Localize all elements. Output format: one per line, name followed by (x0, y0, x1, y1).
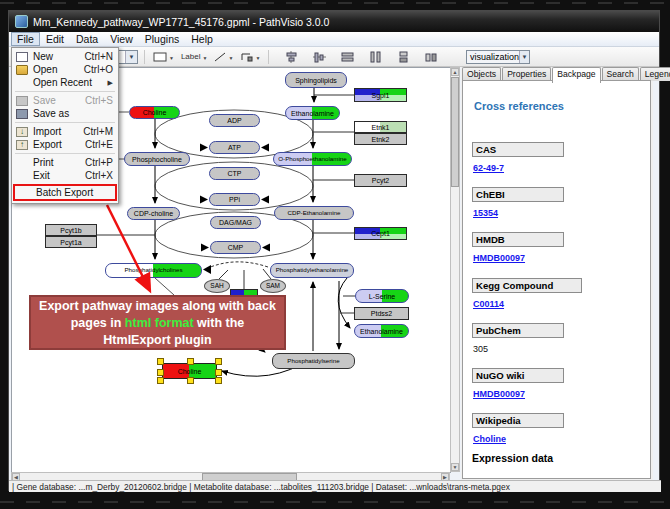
node-label: CMP (228, 244, 244, 251)
menu-view[interactable]: View (104, 33, 139, 45)
node-ppi[interactable]: PPi (209, 193, 260, 206)
new-datanode-button[interactable] (151, 49, 176, 65)
tab-objects[interactable]: Objects (462, 67, 501, 81)
selection-handle[interactable] (157, 377, 164, 384)
xref-link-hmdb[interactable]: HMDB00097 (473, 253, 525, 263)
file-menu-import[interactable]: ↓ ImportCtrl+M (12, 125, 118, 138)
canvas-vertical-scrollbar[interactable]: ▲ ▼ (450, 67, 460, 472)
file-menu-open-recent[interactable]: Open Recent (12, 76, 118, 89)
file-menu-new[interactable]: NewCtrl+N (12, 50, 118, 63)
visualization-combobox[interactable]: visualization (466, 50, 530, 64)
node-ethanolamine-lower[interactable]: Ethanolamine (354, 324, 409, 338)
node-label: L-Serine (369, 293, 395, 300)
node-label: SAM (266, 283, 280, 290)
node-cdp-ethanolamine[interactable]: CDP-Ethanolamine (274, 206, 354, 220)
selection-handle[interactable] (157, 369, 164, 376)
align-center-x-icon (285, 51, 298, 63)
desktop-texture-top (0, 2, 670, 4)
selection-handle[interactable] (187, 377, 194, 384)
common-width-icon (369, 51, 382, 63)
source-header-pubchem: PubChem (472, 323, 564, 338)
align-center-y-button[interactable] (311, 49, 328, 65)
menu-file[interactable]: File (11, 32, 40, 46)
file-menu-open[interactable]: OpenCtrl+O (12, 63, 118, 76)
node-ethanolamine-top[interactable]: Ethanolamine (285, 106, 340, 120)
node-ptdss2[interactable]: Ptdss2 (354, 307, 409, 320)
node-phosphatidylethanolamine[interactable]: Phosphatidylethanolamine (270, 263, 354, 278)
node-atp[interactable]: ATP (209, 141, 260, 154)
scroll-down-icon[interactable]: ▼ (451, 463, 459, 471)
title-bar[interactable]: Mm_Kennedy_pathway_WP1771_45176.gpml - P… (9, 11, 659, 32)
node-sah[interactable]: SAH (204, 279, 230, 293)
node-label: CDP-Ethanolamine (288, 210, 341, 216)
selection-handle[interactable] (215, 377, 222, 384)
xref-link-wikipedia[interactable]: Choline (473, 434, 506, 444)
tab-properties[interactable]: Properties (502, 67, 551, 81)
selection-handle[interactable] (187, 358, 194, 365)
node-l-serine[interactable]: L-Serine (355, 289, 409, 303)
node-choline-top[interactable]: Choline (129, 106, 180, 119)
cross-references-heading: Cross references (474, 100, 564, 112)
side-panel: Objects Properties Backpage Search Legen… (461, 67, 653, 480)
new-connector-button[interactable] (238, 49, 262, 65)
node-adp[interactable]: ADP (209, 114, 260, 127)
stack-vertical-button[interactable] (395, 49, 412, 65)
stack-horizontal-button[interactable] (423, 49, 440, 65)
visualization-caret-icon[interactable] (519, 51, 529, 63)
selection-handle[interactable] (215, 369, 222, 376)
node-label: Choline (143, 109, 167, 116)
file-menu-save-as[interactable]: Save as (12, 107, 118, 120)
node-o-phosphoethanolamine[interactable]: O-Phosphoethanolamine (273, 152, 352, 166)
tab-search[interactable]: Search (602, 67, 639, 81)
menu-data[interactable]: Data (70, 33, 104, 45)
file-menu-batch-export[interactable]: Batch Export (15, 186, 115, 199)
align-center-x-button[interactable] (283, 49, 300, 65)
file-menu-print[interactable]: PrintCtrl+P (12, 156, 118, 169)
common-width-button[interactable] (367, 49, 384, 65)
tab-legend[interactable]: Legend (640, 67, 670, 81)
node-cept1[interactable]: Cept1 (354, 227, 407, 240)
node-cdp-choline[interactable]: CDP-choline (127, 207, 180, 220)
node-etnk1[interactable]: Etnk1 (354, 121, 407, 133)
xref-link-chebi[interactable]: 15354 (473, 208, 498, 218)
file-menu-exit[interactable]: ExitCtrl+X (12, 169, 118, 182)
vertical-scroll-thumb[interactable] (451, 77, 459, 187)
node-phosphatidylcholines[interactable]: Phosphatidylcholines (105, 263, 202, 278)
xref-link-kegg[interactable]: C00114 (473, 299, 504, 309)
blank-icon (16, 171, 28, 181)
node-pcyt2[interactable]: Pcyt2 (354, 174, 407, 187)
node-phosphatidylserine[interactable]: Phosphatidylserine (272, 353, 355, 369)
common-height-button[interactable] (339, 49, 356, 65)
desktop-texture-bottom (0, 501, 670, 503)
tab-backpage[interactable]: Backpage (552, 67, 600, 83)
source-header-wikipedia: Wikipedia (472, 413, 564, 428)
node-choline-selected[interactable]: Choline (162, 363, 217, 379)
node-sphingolipids[interactable]: Sphingolipids (285, 72, 347, 88)
xref-link-nugo[interactable]: HMDB00097 (473, 389, 525, 399)
label-icon: Label (181, 52, 201, 61)
selection-handle[interactable] (157, 358, 164, 365)
node-ctp[interactable]: CTP (209, 167, 260, 180)
selection-handle[interactable] (215, 358, 222, 365)
menu-edit[interactable]: Edit (40, 33, 70, 45)
menu-help[interactable]: Help (185, 33, 219, 45)
scroll-up-icon[interactable]: ▲ (451, 68, 459, 76)
file-menu-export[interactable]: ↑ ExportCtrl+E (12, 138, 118, 151)
node-pcyt1a[interactable]: Pcyt1a (45, 236, 97, 248)
node-etnk2[interactable]: Etnk2 (354, 133, 407, 145)
menu-plugins[interactable]: Plugins (139, 33, 185, 45)
node-label: Phosphatidylcholines (124, 267, 182, 273)
node-sgpl1[interactable]: Sgpl1 (354, 88, 407, 102)
file-menu-save[interactable]: SaveCtrl+S (12, 94, 118, 107)
node-pcyt1b[interactable]: Pcyt1b (45, 224, 97, 236)
node-phosphocholine[interactable]: Phosphocholine (124, 152, 190, 166)
backpage-panel: Cross references CAS 62-49-7 ChEBI 15354… (462, 80, 651, 479)
zoom-caret-icon[interactable] (125, 51, 137, 63)
node-dag-mag[interactable]: DAG/MAG (210, 216, 261, 229)
xref-link-cas[interactable]: 62-49-7 (473, 163, 504, 173)
submenu-arrow-icon (108, 79, 113, 87)
new-label-button[interactable]: Label (179, 49, 210, 65)
new-line-button[interactable] (212, 49, 235, 65)
node-cmp[interactable]: CMP (210, 241, 261, 254)
node-sam[interactable]: SAM (260, 279, 286, 293)
